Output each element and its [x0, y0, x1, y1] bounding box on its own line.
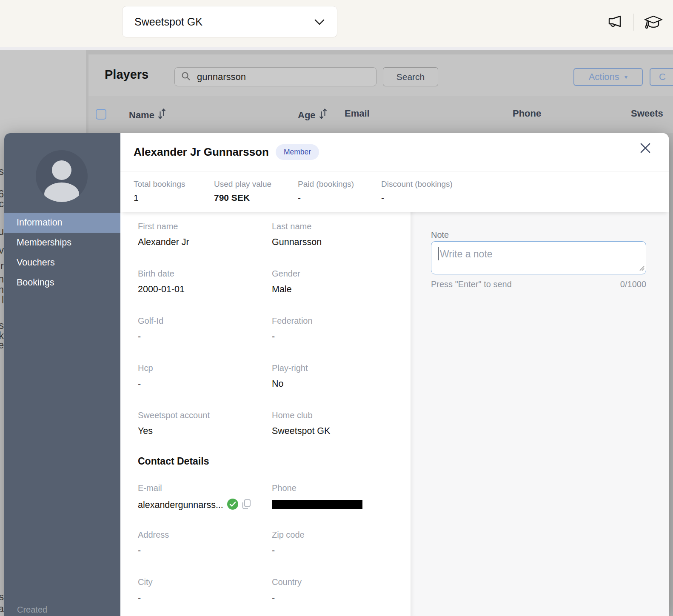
page-divider-strip: [0, 47, 673, 50]
field-home-club: Home club Sweetspot GK: [272, 411, 399, 436]
sort-arrows-icon[interactable]: [319, 108, 327, 122]
info-panel: First name Alexander Jr Last name Gunnar…: [120, 212, 411, 616]
redacted-phone-value: [272, 500, 362, 509]
megaphone-icon[interactable]: [605, 13, 624, 31]
player-search-input[interactable]: gunnarsson: [174, 67, 376, 86]
tab-information[interactable]: Information: [4, 213, 120, 233]
clipped-text-fragment: r: [0, 260, 4, 272]
field-label: Last name: [272, 222, 399, 231]
verified-check-icon: [227, 499, 238, 511]
copy-icon[interactable]: [242, 499, 251, 511]
clipped-text-fragment: n: [0, 284, 4, 296]
player-detail-modal: Information Memberships Vouchers Booking…: [4, 133, 669, 616]
chevron-down-icon: [314, 16, 325, 28]
text-cursor: [438, 247, 439, 260]
field-value: Yes: [138, 426, 265, 436]
column-header-email: Email: [345, 108, 370, 119]
actions-button-label: Actions: [589, 71, 619, 83]
field-label: Play-right: [272, 363, 399, 373]
graduation-cap-icon[interactable]: [643, 13, 664, 31]
note-char-counter: 0/1000: [620, 279, 646, 289]
tab-bookings[interactable]: Bookings: [4, 273, 120, 293]
clipped-text-fragment: n: [0, 274, 4, 285]
stat-used-play-value: Used play value 790 SEK: [214, 180, 298, 203]
field-email: E-mail alexandergunnarss...: [138, 483, 265, 511]
field-label: Golf-Id: [138, 316, 265, 326]
column-header-sweetspot-clipped: Sweets: [631, 108, 663, 119]
app-canvas: s6cuvrnnlskesa Players gunnarsson Search…: [0, 0, 673, 616]
field-value: -: [272, 593, 399, 603]
create-button-label: C: [659, 71, 666, 83]
field-label: City: [138, 577, 265, 587]
field-label: Home club: [272, 411, 399, 420]
clipped-text-fragment: a: [0, 603, 4, 615]
field-hcp: Hcp -: [138, 363, 265, 389]
stat-discount-bookings: Discount (bookings) -: [381, 180, 453, 203]
field-value: -: [138, 545, 265, 556]
clipped-text-fragment: v: [0, 245, 4, 256]
resize-handle-icon[interactable]: [639, 265, 644, 273]
clipped-text-fragment: s: [0, 591, 4, 603]
topbar: Sweetspot GK: [0, 0, 673, 47]
actions-button[interactable]: Actions ▾: [573, 68, 643, 86]
clipped-text-fragment: u: [0, 226, 4, 237]
modal-header: Alexander Jr Gunnarsson Member Total boo…: [120, 133, 669, 212]
field-birth-date: Birth date 2000-01-01: [138, 269, 265, 295]
create-button-clipped[interactable]: C: [650, 68, 673, 86]
field-label: Phone: [272, 483, 399, 493]
field-city: City -: [138, 577, 265, 603]
player-name-title: Alexander Jr Gunnarsson: [134, 145, 269, 159]
caret-down-icon: ▾: [625, 73, 628, 81]
field-label: Gender: [272, 269, 399, 279]
field-value: No: [272, 379, 399, 389]
stat-label: Discount (bookings): [381, 180, 453, 189]
note-textarea[interactable]: Write a note: [431, 241, 646, 274]
note-hint: Press "Enter" to send: [431, 279, 512, 289]
field-label: Country: [272, 577, 399, 587]
sort-arrows-icon[interactable]: [158, 108, 166, 122]
field-gender: Gender Male: [272, 269, 399, 295]
club-selector-value: Sweetspot GK: [134, 16, 202, 28]
email-value-truncated: alexandergunnarss...: [138, 500, 223, 510]
column-header-age[interactable]: Age: [298, 108, 327, 122]
field-value: -: [138, 331, 265, 342]
search-query-text: gunnarsson: [197, 71, 246, 83]
field-federation: Federation -: [272, 316, 399, 342]
tab-memberships[interactable]: Memberships: [4, 233, 120, 253]
clipped-text-fragment: l: [0, 294, 4, 306]
clipped-text-fragment: e: [0, 339, 4, 351]
field-last-name: Last name Gunnarsson: [272, 222, 399, 248]
stat-value: 790 SEK: [214, 193, 298, 203]
field-country: Country -: [272, 577, 399, 603]
stat-value: 1: [134, 193, 214, 203]
tab-vouchers[interactable]: Vouchers: [4, 253, 120, 273]
contact-details-heading: Contact Details: [138, 456, 209, 467]
stat-label: Used play value: [214, 180, 298, 189]
page-title: Players: [105, 68, 148, 82]
column-header-phone: Phone: [513, 108, 541, 119]
field-value: Gunnarsson: [272, 237, 399, 248]
select-all-checkbox[interactable]: [96, 109, 106, 120]
stat-total-bookings: Total bookings 1: [134, 180, 214, 203]
note-label: Note: [431, 230, 449, 240]
field-sweetspot-account: Sweetspot account Yes: [138, 411, 265, 436]
field-value: Alexander Jr: [138, 237, 265, 248]
stat-label: Paid (bookings): [298, 180, 381, 189]
modal-title-row: Alexander Jr Gunnarsson Member: [120, 133, 669, 171]
field-value: 2000-01-01: [138, 284, 265, 295]
field-value: -: [138, 593, 265, 603]
column-header-name[interactable]: Name: [129, 108, 166, 122]
club-selector-dropdown[interactable]: Sweetspot GK: [122, 6, 337, 37]
field-label: Address: [138, 530, 265, 540]
topbar-divider: [633, 14, 634, 31]
search-icon: [181, 71, 191, 83]
field-zip-code: Zip code -: [272, 530, 399, 556]
search-button[interactable]: Search: [383, 67, 438, 86]
note-panel: Note Write a note Press "Enter" to send …: [411, 212, 669, 616]
field-label: Birth date: [138, 269, 265, 279]
field-label: Sweetspot account: [138, 411, 265, 420]
stats-row: Total bookings 1 Used play value 790 SEK…: [120, 171, 669, 203]
close-icon[interactable]: [639, 142, 652, 154]
field-value: -: [272, 545, 399, 556]
stat-value: -: [381, 193, 453, 203]
